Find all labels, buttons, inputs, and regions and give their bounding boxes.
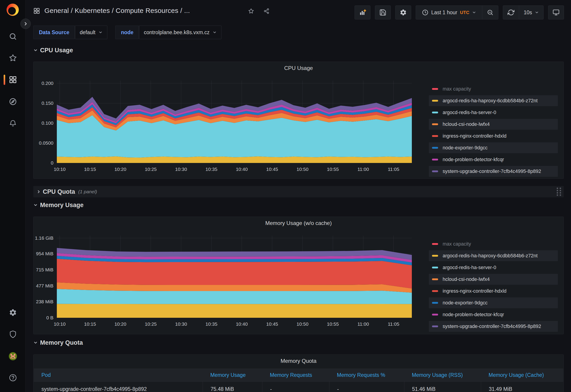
legend-item[interactable]: max capacity — [429, 84, 558, 94]
save-dashboard-button[interactable] — [375, 5, 391, 19]
x-axis-tick-label: 10:25 — [140, 166, 162, 172]
legend-item[interactable]: argocd-redis-ha-server-0 — [429, 262, 558, 273]
series-color-swatch[interactable] — [432, 267, 438, 268]
y-axis-tick-label: 0 — [33, 160, 53, 166]
refresh-button[interactable] — [503, 6, 519, 19]
series-color-swatch[interactable] — [432, 170, 438, 172]
section-title: Memory Usage — [40, 202, 84, 209]
dashboard-settings-button[interactable] — [395, 5, 411, 19]
legend-item[interactable]: system-upgrade-controller-7cfb4c4995-8p8… — [429, 166, 558, 177]
zoom-out-time-button[interactable] — [482, 6, 498, 19]
memory-chart-plot[interactable] — [57, 236, 412, 318]
series-color-swatch[interactable] — [432, 123, 438, 125]
admin-shield-icon[interactable] — [0, 327, 26, 342]
share-dashboard-icon[interactable] — [264, 8, 270, 14]
cpu-chart-plot[interactable] — [57, 81, 412, 163]
series-color-swatch[interactable] — [432, 100, 438, 102]
section-cpu-usage[interactable]: CPU Usage — [33, 45, 73, 56]
legend-item[interactable]: node-exporter-9dgcc — [429, 297, 558, 308]
search-icon[interactable] — [0, 29, 26, 44]
series-color-swatch[interactable] — [432, 88, 438, 90]
configuration-gear-icon[interactable] — [0, 305, 26, 320]
datasource-variable-dropdown[interactable]: default — [75, 26, 107, 39]
panel-title[interactable]: Memory Usage (w/o cache) — [33, 220, 564, 226]
dashboard-grid-icon — [33, 7, 40, 14]
explore-compass-icon[interactable] — [0, 94, 26, 109]
panel-title[interactable]: CPU Usage — [33, 65, 564, 71]
dashboards-icon[interactable] — [0, 72, 26, 87]
panel-title[interactable]: Memory Quota — [33, 358, 564, 364]
legend-item[interactable]: max capacity — [429, 238, 558, 249]
legend-label: node-problem-detector-kfcqr — [443, 157, 504, 163]
table-column-header[interactable]: Pod — [34, 372, 203, 378]
table-row[interactable]: system-upgrade-controller-7cfb4c4995-8p8… — [34, 382, 563, 392]
panel-cpu-usage: CPU Usage 00.05000.1000.1500.200 10:1010… — [33, 62, 564, 179]
series-color-swatch[interactable] — [432, 290, 438, 292]
y-axis-tick-label: 0.100 — [33, 120, 53, 126]
kiosk-mode-button[interactable] — [548, 5, 564, 19]
refresh-interval-label: 10s — [524, 10, 532, 16]
top-nav: General / Kubernetes / Compute Resources… — [26, 0, 571, 22]
add-panel-button[interactable] — [355, 5, 371, 19]
series-color-swatch[interactable] — [432, 314, 438, 316]
x-axis-tick-label: 10:55 — [322, 166, 344, 172]
series-color-swatch[interactable] — [432, 147, 438, 149]
datasource-variable-value: default — [80, 29, 95, 36]
legend-item[interactable]: hcloud-csi-node-lwfx4 — [429, 274, 558, 285]
legend-item[interactable]: ingress-nginx-controller-hdxld — [429, 131, 558, 141]
series-color-swatch[interactable] — [432, 243, 438, 245]
legend-item[interactable]: system-upgrade-controller-7cfb4c4995-8p8… — [429, 321, 558, 332]
legend-label: ingress-nginx-controller-hdxld — [443, 133, 506, 139]
table-cell: - — [329, 382, 404, 392]
series-color-swatch[interactable] — [432, 278, 438, 280]
x-axis-tick-label: 10:45 — [261, 166, 284, 172]
legend-item[interactable]: argocd-redis-ha-server-0 — [429, 107, 558, 118]
user-avatar[interactable] — [0, 349, 26, 364]
alerting-bell-icon[interactable] — [0, 116, 26, 131]
legend-item[interactable]: node-exporter-9dgcc — [429, 142, 558, 153]
legend-item[interactable]: hcloud-csi-node-lwfx4 — [429, 119, 558, 130]
table-column-header[interactable]: Memory Requests % — [329, 372, 404, 378]
table-column-header[interactable]: Memory Requests — [262, 372, 329, 378]
star-dashboard-icon[interactable] — [248, 8, 254, 14]
x-axis-tick-label: 10:10 — [48, 166, 71, 172]
series-color-swatch[interactable] — [432, 112, 438, 113]
grafana-logo[interactable] — [7, 4, 19, 16]
time-range-picker[interactable]: Last 1 hour UTC — [416, 6, 482, 19]
legend-item[interactable]: argocd-redis-ha-haproxy-6cdbb584b6-z72nt — [429, 95, 558, 106]
x-axis-tick-label: 10:15 — [79, 166, 101, 172]
legend-item[interactable]: node-problem-detector-kfcqr — [429, 154, 558, 165]
legend-label: system-upgrade-controller-7cfb4c4995-8p8… — [443, 324, 541, 329]
section-cpu-quota[interactable]: CPU Quota (1 panel) — [33, 186, 564, 197]
refresh-interval-dropdown[interactable]: 10s — [519, 6, 543, 19]
chevron-down-icon — [33, 340, 38, 345]
legend-item[interactable]: argocd-redis-ha-haproxy-6cdbb584b6-z72nt — [429, 250, 558, 261]
table-cell: - — [262, 382, 329, 392]
row-drag-handle[interactable] — [557, 188, 561, 196]
timezone-label: UTC — [460, 10, 469, 15]
starred-dashboards-icon[interactable] — [0, 51, 26, 65]
breadcrumb[interactable]: General / Kubernetes / Compute Resources… — [44, 7, 190, 14]
legend-item[interactable]: node-problem-detector-kfcqr — [429, 309, 558, 320]
series-color-swatch[interactable] — [432, 159, 438, 160]
series-color-swatch[interactable] — [432, 135, 438, 137]
table-column-header[interactable]: Memory Usage — [203, 372, 262, 378]
help-icon[interactable] — [0, 370, 26, 385]
node-variable-value: controlplane.bee.k8s.vxm.cz — [144, 29, 209, 36]
table-column-header[interactable]: Memory Usage (Cache) — [481, 372, 563, 378]
sidebar-expand-button[interactable] — [20, 19, 31, 29]
legend-item[interactable]: ingress-nginx-controller-hdxld — [429, 286, 558, 296]
series-color-swatch[interactable] — [432, 325, 438, 327]
x-axis-tick-label: 11:05 — [382, 321, 405, 327]
series-area — [57, 304, 412, 318]
table-column-header[interactable]: Memory Usage (RSS) — [404, 372, 481, 378]
series-color-swatch[interactable] — [432, 255, 438, 257]
series-color-swatch[interactable] — [432, 302, 438, 304]
y-axis-tick-label: 0.200 — [33, 80, 53, 86]
x-axis-tick-label: 10:40 — [230, 321, 253, 327]
section-memory-usage[interactable]: Memory Usage — [33, 200, 84, 210]
chevron-down-icon — [33, 48, 38, 53]
legend-label: max capacity — [443, 86, 471, 92]
node-variable-dropdown[interactable]: controlplane.bee.k8s.vxm.cz — [139, 26, 221, 39]
section-memory-quota[interactable]: Memory Quota — [33, 337, 83, 348]
